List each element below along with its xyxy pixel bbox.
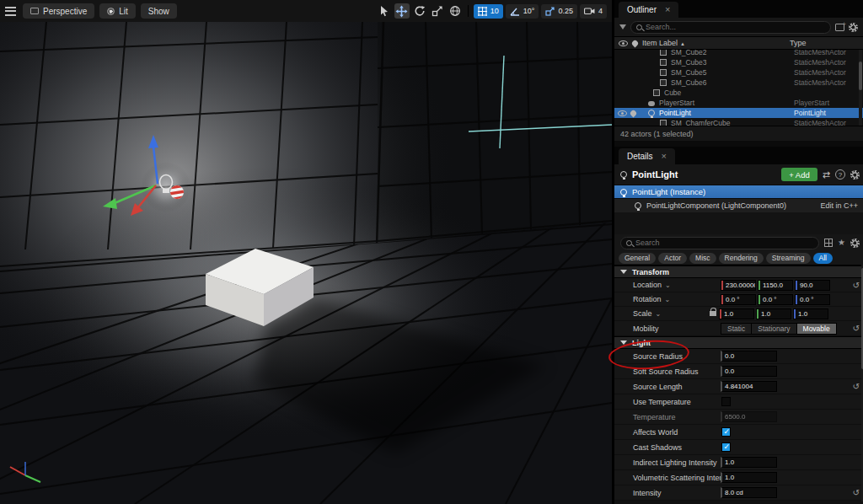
temperature-field[interactable]: 6500.0 bbox=[721, 411, 777, 422]
rotation-label[interactable]: Rotation bbox=[614, 295, 721, 303]
angle-snap-value: 10° bbox=[523, 7, 535, 15]
location-x-field[interactable]: 230.000002 bbox=[721, 280, 756, 291]
close-icon[interactable]: × bbox=[662, 152, 667, 161]
add-component-button[interactable]: + Add bbox=[781, 168, 817, 181]
soft-source-radius-field[interactable]: 0.0 bbox=[721, 366, 777, 377]
static-mesh-icon bbox=[660, 59, 667, 66]
reset-to-default-icon[interactable] bbox=[853, 382, 860, 391]
scale-label[interactable]: Scale bbox=[614, 309, 707, 318]
instance-row[interactable]: PointLight (Instance) bbox=[614, 185, 863, 199]
outliner-settings-gear-icon[interactable] bbox=[849, 23, 858, 32]
point-light-sprite[interactable] bbox=[141, 162, 191, 212]
location-y-field[interactable]: 1150.0 bbox=[758, 280, 793, 291]
chevron-down-icon bbox=[665, 295, 671, 303]
outliner-row[interactable]: SM_Cube6 StaticMeshActor bbox=[614, 78, 863, 88]
use-temperature-checkbox[interactable] bbox=[721, 397, 731, 406]
filter-misc[interactable]: Misc bbox=[689, 253, 716, 264]
visibility-eye-icon[interactable] bbox=[619, 40, 628, 46]
outliner-scrollbar[interactable] bbox=[859, 50, 862, 126]
viewport-3d[interactable]: Perspective Lit Show bbox=[0, 0, 612, 504]
scale-y-field[interactable]: 1.0 bbox=[756, 308, 791, 319]
mobility-stationary[interactable]: Stationary bbox=[752, 324, 796, 334]
outliner-row[interactable]: SM_Cube3 StaticMeshActor bbox=[614, 57, 863, 67]
outliner-column-header[interactable]: Item Label Type bbox=[614, 36, 863, 50]
rotation-z-field[interactable]: 0.0 ° bbox=[795, 294, 830, 305]
outliner-row[interactable]: Cube bbox=[614, 88, 863, 98]
scale-z-field[interactable]: 1.0 bbox=[793, 308, 828, 319]
rotation-x-field[interactable]: 0.0 ° bbox=[721, 294, 756, 305]
intensity-field[interactable]: 8.0 cd bbox=[721, 487, 777, 498]
lit-dropdown[interactable]: Lit bbox=[99, 3, 136, 19]
indirect-lighting-intensity-field[interactable]: 1.0 bbox=[721, 457, 777, 468]
location-label[interactable]: Location bbox=[614, 281, 721, 289]
filter-rendering[interactable]: Rendering bbox=[719, 253, 764, 264]
pin-icon[interactable] bbox=[631, 39, 640, 47]
display-settings-gear-icon[interactable] bbox=[850, 239, 860, 248]
transfer-icon[interactable]: ⇄ bbox=[823, 170, 830, 180]
favorites-star-icon[interactable]: ★ bbox=[838, 239, 845, 247]
world-space-icon[interactable] bbox=[448, 3, 463, 19]
reset-to-default-icon[interactable] bbox=[853, 281, 860, 290]
show-dropdown[interactable]: Show bbox=[141, 3, 177, 19]
mobility-static[interactable]: Static bbox=[721, 324, 752, 334]
lock-icon[interactable] bbox=[710, 311, 716, 316]
outliner-row[interactable]: PlayerStart PlayerStart bbox=[614, 98, 863, 108]
outliner-search-input[interactable] bbox=[646, 23, 825, 31]
section-light[interactable]: Light bbox=[614, 336, 863, 349]
column-type[interactable]: Type bbox=[790, 39, 850, 47]
affects-world-checkbox[interactable] bbox=[721, 427, 731, 437]
intensity-row: Intensity 8.0 cd bbox=[614, 485, 863, 501]
perspective-dropdown[interactable]: Perspective bbox=[23, 3, 94, 19]
component-row[interactable]: PointLightComponent (LightComponent0) Ed… bbox=[614, 199, 863, 212]
filter-all[interactable]: All bbox=[813, 253, 833, 264]
details-searchbox[interactable] bbox=[620, 237, 819, 249]
filter-streaming[interactable]: Streaming bbox=[766, 253, 811, 264]
create-thumbnail-icon[interactable] bbox=[835, 24, 844, 31]
grid-snap-toggle[interactable]: 10 bbox=[474, 4, 503, 19]
light-section-label: Light bbox=[632, 339, 651, 347]
tab-details[interactable]: Details × bbox=[619, 148, 675, 164]
cast-shadows-checkbox[interactable] bbox=[721, 442, 731, 452]
scale-snap-toggle[interactable]: 0.25 bbox=[541, 4, 577, 19]
details-search-input[interactable] bbox=[635, 239, 813, 247]
details-settings-gear-icon[interactable] bbox=[850, 170, 860, 180]
section-transform[interactable]: Transform bbox=[614, 265, 863, 278]
hamburger-menu-icon[interactable] bbox=[5, 7, 16, 16]
outliner-row-selected[interactable]: PointLight PointLight bbox=[614, 108, 863, 118]
visibility-eye-icon[interactable] bbox=[618, 110, 627, 116]
filter-actor[interactable]: Actor bbox=[658, 253, 687, 264]
mobility-movable[interactable]: Movable bbox=[797, 324, 836, 334]
grid-view-icon[interactable] bbox=[824, 239, 833, 247]
source-radius-row: Source Radius 0.0 bbox=[614, 349, 863, 364]
reset-to-default-icon[interactable] bbox=[853, 488, 860, 497]
outliner-row[interactable]: SM_Cube5 StaticMeshActor bbox=[614, 67, 863, 78]
perspective-icon bbox=[30, 8, 39, 14]
edit-in-cpp-link[interactable]: Edit in C++ bbox=[820, 201, 858, 210]
tab-outliner[interactable]: Outliner × bbox=[619, 2, 678, 18]
rotate-tool-icon[interactable] bbox=[412, 3, 427, 19]
source-length-field[interactable]: 4.841004 bbox=[721, 381, 777, 392]
column-item-label[interactable]: Item Label bbox=[642, 39, 685, 47]
move-tool-icon[interactable] bbox=[394, 3, 410, 19]
scale-x-field[interactable]: 1.0 bbox=[719, 308, 754, 319]
outliner-row[interactable]: SM_Cube2 StaticMeshActor bbox=[614, 50, 863, 57]
location-z-field[interactable]: 90.0 bbox=[795, 280, 830, 291]
scale-tool-icon[interactable] bbox=[430, 3, 445, 19]
scene-render[interactable] bbox=[0, 22, 612, 504]
reset-to-default-icon[interactable] bbox=[853, 324, 860, 333]
select-tool-icon[interactable] bbox=[377, 3, 392, 19]
scrollbar-thumb[interactable] bbox=[859, 62, 862, 90]
close-icon[interactable]: × bbox=[665, 5, 670, 14]
filter-general[interactable]: General bbox=[619, 253, 656, 264]
row-label: SM_Cube2 bbox=[671, 50, 707, 56]
outliner-searchbox[interactable] bbox=[630, 21, 831, 34]
camera-speed-control[interactable]: 4 bbox=[580, 4, 607, 19]
help-icon[interactable]: ? bbox=[835, 169, 845, 180]
volumetric-scattering-intensity-field[interactable]: 1.0 bbox=[721, 472, 777, 483]
source-radius-field[interactable]: 0.0 bbox=[721, 351, 777, 362]
outliner-row[interactable]: SM_ChamferCube StaticMeshActor bbox=[614, 118, 863, 126]
rotation-snap-toggle[interactable]: 10° bbox=[506, 4, 539, 19]
pin-icon[interactable] bbox=[630, 109, 638, 117]
filter-icon[interactable] bbox=[619, 24, 626, 29]
rotation-y-field[interactable]: 0.0 ° bbox=[758, 294, 793, 305]
